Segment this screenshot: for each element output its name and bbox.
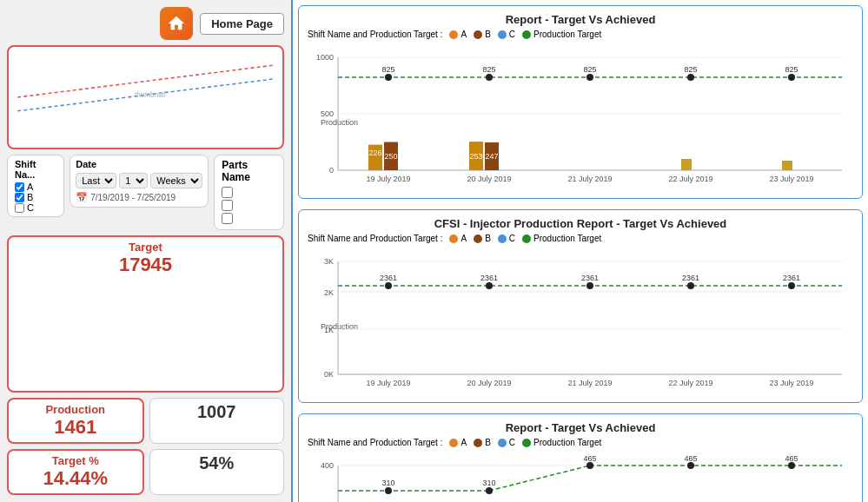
svg-text:465: 465 bbox=[684, 454, 697, 463]
svg-text:253: 253 bbox=[469, 152, 482, 161]
production-value: 1461 bbox=[17, 416, 134, 439]
chart1-section: Report - Target Vs Achieved Shift Name a… bbox=[298, 5, 863, 199]
parts-item-1[interactable] bbox=[222, 187, 276, 198]
svg-text:465: 465 bbox=[583, 454, 596, 463]
svg-point-83 bbox=[687, 462, 694, 469]
chart2-legend: Shift Name and Production Target : A B C… bbox=[308, 234, 853, 243]
chart1-legend-target: Production Target bbox=[533, 30, 601, 39]
svg-point-13 bbox=[385, 74, 392, 81]
svg-text:2361: 2361 bbox=[581, 274, 599, 282]
shift-filter-title: Shift Na... bbox=[15, 159, 56, 180]
svg-line-75 bbox=[489, 466, 590, 491]
date-range-text: 7/19/2019 - 7/25/2019 bbox=[90, 193, 176, 202]
svg-point-50 bbox=[385, 282, 392, 289]
svg-text:22 July 2019: 22 July 2019 bbox=[668, 379, 712, 387]
date-last-select[interactable]: Last bbox=[76, 173, 116, 188]
parts-filter: Parts Name bbox=[214, 155, 284, 230]
svg-text:19 July 2019: 19 July 2019 bbox=[366, 379, 410, 387]
svg-text:1K: 1K bbox=[324, 326, 334, 334]
chart1-legend-b: B bbox=[485, 30, 491, 39]
chart1-title: Report - Target Vs Achieved bbox=[308, 13, 853, 26]
svg-point-25 bbox=[586, 74, 593, 81]
svg-text:0: 0 bbox=[329, 166, 334, 175]
shift-c-label[interactable]: C bbox=[15, 202, 56, 213]
svg-text:465: 465 bbox=[785, 454, 798, 463]
chart2-svg-wrap: Production 3K 2K 1K 0K 2361 bbox=[308, 248, 853, 395]
shift-a-label[interactable]: A bbox=[15, 182, 56, 192]
chart3-legend-a: A bbox=[461, 438, 467, 447]
chart3-title: Report - Target Vs Achieved bbox=[308, 421, 853, 434]
svg-text:247: 247 bbox=[485, 152, 498, 161]
chart1-legend: Shift Name and Production Target : A B C… bbox=[308, 30, 853, 39]
svg-text:226: 226 bbox=[368, 149, 381, 157]
chart3-legend-b: B bbox=[485, 438, 491, 447]
pct2-value: 54% bbox=[159, 453, 275, 473]
chart3-section: Report - Target Vs Achieved Shift Name a… bbox=[298, 413, 863, 502]
svg-text:825: 825 bbox=[785, 65, 798, 74]
chart2-title: CFSI - Injector Production Report - Targ… bbox=[308, 217, 853, 230]
svg-text:825: 825 bbox=[482, 65, 495, 74]
filter-row: Shift Na... A B C Date Last 1 bbox=[7, 155, 284, 230]
svg-point-79 bbox=[486, 487, 493, 494]
date-filter-title: Date bbox=[76, 159, 202, 169]
svg-point-56 bbox=[687, 282, 694, 289]
shift-b-label[interactable]: B bbox=[15, 192, 56, 202]
shift-a-checkbox[interactable] bbox=[15, 182, 24, 192]
home-page-button[interactable]: Home Page bbox=[200, 13, 284, 35]
svg-point-19 bbox=[486, 74, 493, 81]
production2-value: 1007 bbox=[159, 402, 275, 422]
chart1-legend-label: Shift Name and Production Target : bbox=[308, 30, 442, 39]
svg-text:20 July 2019: 20 July 2019 bbox=[467, 175, 511, 183]
production-card: Production 1461 bbox=[7, 398, 144, 444]
target-value: 17945 bbox=[17, 254, 274, 276]
svg-text:2361: 2361 bbox=[783, 274, 800, 282]
calendar-icon: 📅 bbox=[76, 192, 88, 203]
svg-text:21 July 2019: 21 July 2019 bbox=[567, 175, 612, 183]
chart3-legend-c: C bbox=[509, 438, 515, 447]
chart3-legend: Shift Name and Production Target : A B C… bbox=[308, 438, 853, 447]
chart1-legend-a: A bbox=[461, 30, 467, 39]
left-panel: Home Page thumbnail Shift Na... A B C bbox=[0, 0, 291, 502]
chart3-legend-target: Production Target bbox=[533, 438, 601, 447]
svg-point-52 bbox=[486, 282, 493, 289]
svg-point-27 bbox=[687, 74, 694, 81]
chart2-legend-target: Production Target bbox=[533, 234, 601, 243]
svg-text:21 July 2019: 21 July 2019 bbox=[567, 379, 612, 387]
svg-text:3K: 3K bbox=[324, 257, 334, 266]
svg-text:Production: Production bbox=[321, 118, 358, 127]
target-pct-value: 14.44% bbox=[17, 467, 134, 490]
shift-c-checkbox[interactable] bbox=[15, 203, 24, 213]
svg-point-85 bbox=[788, 462, 795, 469]
svg-point-30 bbox=[788, 74, 795, 81]
shift-b-checkbox[interactable] bbox=[15, 193, 24, 202]
svg-text:19 July 2019: 19 July 2019 bbox=[366, 175, 410, 183]
parts-item-3[interactable] bbox=[222, 213, 276, 224]
production-label: Production bbox=[17, 403, 134, 416]
chart2-legend-b: B bbox=[485, 234, 491, 243]
svg-rect-29 bbox=[681, 159, 692, 170]
parts-item-2[interactable] bbox=[222, 200, 276, 211]
shift-filter: Shift Na... A B C bbox=[7, 155, 64, 217]
svg-text:0K: 0K bbox=[324, 370, 334, 379]
date-num-select[interactable]: 1 bbox=[119, 173, 148, 188]
chart2-legend-c: C bbox=[509, 234, 515, 243]
chart3-svg-wrap: Production 400 200 0 bbox=[308, 452, 853, 502]
svg-text:23 July 2019: 23 July 2019 bbox=[769, 175, 813, 183]
svg-text:500: 500 bbox=[321, 109, 334, 118]
production-row: Production 1461 1007 bbox=[7, 398, 284, 444]
svg-text:22 July 2019: 22 July 2019 bbox=[668, 175, 712, 183]
svg-text:thumbnail: thumbnail bbox=[135, 91, 165, 99]
chart-thumbnail: thumbnail bbox=[7, 45, 284, 149]
svg-text:400: 400 bbox=[321, 461, 334, 470]
target-card: Target 17945 bbox=[7, 235, 284, 393]
right-panel: Report - Target Vs Achieved Shift Name a… bbox=[291, 0, 868, 502]
svg-point-58 bbox=[788, 282, 795, 289]
svg-text:825: 825 bbox=[381, 65, 394, 74]
svg-text:310: 310 bbox=[482, 479, 495, 487]
date-unit-select[interactable]: Weeks bbox=[150, 173, 202, 188]
svg-text:1000: 1000 bbox=[316, 53, 334, 62]
svg-point-81 bbox=[586, 462, 593, 469]
svg-text:2361: 2361 bbox=[682, 274, 699, 282]
svg-point-77 bbox=[385, 487, 392, 494]
date-filter: Date Last 1 Weeks 📅 7/19/2019 - 7/25/201… bbox=[70, 155, 209, 208]
